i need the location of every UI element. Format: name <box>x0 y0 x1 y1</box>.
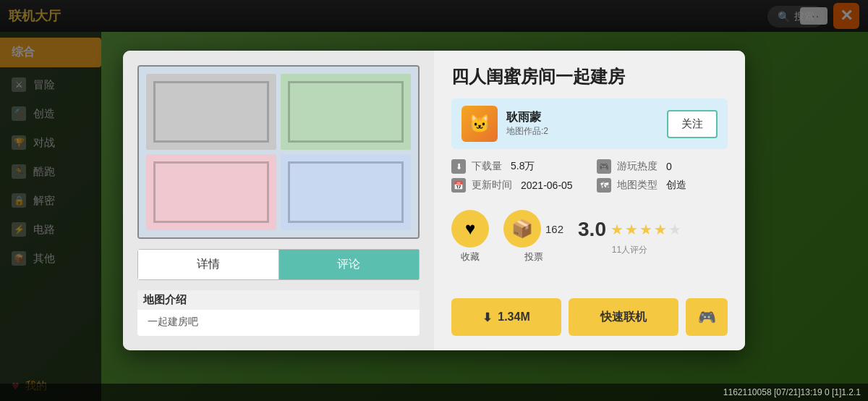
stats-grid: ⬇ 下载量 5.8万 🎮 游玩热度 0 📅 更新时间 2021-06-05 🗺 … <box>451 159 728 193</box>
download-button[interactable]: ⬇ 1.34M <box>451 298 561 336</box>
room-cell-1 <box>146 74 276 150</box>
quick-join-button[interactable]: 快速联机 <box>569 298 678 336</box>
download-icon: ⬇ <box>482 311 492 324</box>
stat-label-type: 地图类型 <box>617 179 658 192</box>
room-cell-3 <box>146 154 276 230</box>
author-name: 耿雨蒙 <box>506 110 658 125</box>
rating-count: 11人评分 <box>612 244 647 256</box>
star-3: ★ <box>639 221 652 238</box>
rating-section: ♥ 收藏 📦 162 投票 3.0 ★ <box>451 203 728 271</box>
map-desc-title: 地图介绍 <box>137 290 420 310</box>
room-cell-2 <box>281 74 411 150</box>
heat-stat-icon: 🎮 <box>597 159 611 174</box>
room-cell-4 <box>281 154 411 230</box>
map-title: 四人闺蜜房间一起建房 <box>451 65 728 88</box>
vote-count: 162 <box>545 223 563 235</box>
author-card: 🐱 耿雨蒙 地图作品:2 关注 <box>451 98 728 149</box>
rating-number: 3.0 <box>578 218 606 241</box>
stat-label-download: 下载量 <box>472 160 502 173</box>
stat-label-heat: 游玩热度 <box>617 160 658 173</box>
download-stat-icon: ⬇ <box>451 159 466 174</box>
stat-value-download: 5.8万 <box>511 160 535 173</box>
collect-group: ♥ 收藏 <box>451 210 489 263</box>
star-5: ★ <box>668 221 681 238</box>
tab-buttons: 详情 评论 <box>137 249 420 280</box>
status-bar: 1162110058 [07/21]13:19 0 [1]1.2.1 <box>0 384 868 401</box>
modal-overlay: 详情 评论 地图介绍 一起建房吧 四人闺蜜房间一起建房 🐱 耿雨蒙 地图 <box>0 0 868 401</box>
game-icon: 🎮 <box>698 308 716 326</box>
map-desc-content: 一起建房吧 <box>148 316 409 329</box>
stat-value-type: 创造 <box>666 179 686 192</box>
author-info: 耿雨蒙 地图作品:2 <box>506 110 658 138</box>
vote-row: 📦 162 <box>503 210 563 248</box>
modal: 详情 评论 地图介绍 一起建房吧 四人闺蜜房间一起建房 🐱 耿雨蒙 地图 <box>123 51 745 350</box>
tab-detail[interactable]: 详情 <box>137 249 278 280</box>
stat-row-update: 📅 更新时间 2021-06-05 <box>451 178 582 193</box>
download-size: 1.34M <box>498 311 529 324</box>
update-stat-icon: 📅 <box>451 178 466 193</box>
collect-label: 收藏 <box>461 250 480 263</box>
modal-right-panel: 四人闺蜜房间一起建房 🐱 耿雨蒙 地图作品:2 关注 ⬇ 下载量 5.8万 🎮 <box>434 51 745 350</box>
modal-left-panel: 详情 评论 地图介绍 一起建房吧 <box>123 51 434 350</box>
game-button[interactable]: 🎮 <box>686 298 728 336</box>
stat-row-download: ⬇ 下载量 5.8万 <box>451 159 582 174</box>
author-avatar: 🐱 <box>461 106 498 142</box>
stat-label-update: 更新时间 <box>472 179 512 192</box>
type-stat-icon: 🗺 <box>597 178 611 193</box>
stat-row-heat: 🎮 游玩热度 0 <box>597 159 728 174</box>
map-description-section: 地图介绍 一起建房吧 <box>137 290 420 336</box>
collect-button[interactable]: ♥ <box>451 210 489 248</box>
star-2: ★ <box>625 221 638 238</box>
vote-button[interactable]: 📦 <box>503 210 541 248</box>
rating-display: 3.0 ★ ★ ★ ★ ★ 11人评分 <box>578 218 681 256</box>
map-scene <box>139 67 418 237</box>
action-buttons: ⬇ 1.34M 快速联机 🎮 <box>451 298 728 336</box>
stat-row-type: 🗺 地图类型 创造 <box>597 178 728 193</box>
room-grid <box>146 74 411 230</box>
rating-row: 3.0 ★ ★ ★ ★ ★ <box>578 218 681 241</box>
status-text: 1162110058 [07/21]13:19 0 [1]1.2.1 <box>723 387 861 397</box>
author-works: 地图作品:2 <box>506 125 658 138</box>
star-4: ★ <box>654 221 667 238</box>
stat-value-heat: 0 <box>666 161 672 172</box>
vote-group: 📦 162 投票 <box>503 210 563 263</box>
quick-join-label: 快速联机 <box>600 310 647 325</box>
star-1: ★ <box>610 221 624 238</box>
vote-label: 投票 <box>524 250 543 263</box>
stat-value-update: 2021-06-05 <box>521 180 573 191</box>
map-image <box>137 65 420 239</box>
tab-comment[interactable]: 评论 <box>278 249 420 280</box>
follow-button[interactable]: 关注 <box>667 110 718 138</box>
stars: ★ ★ ★ ★ ★ <box>610 221 681 238</box>
